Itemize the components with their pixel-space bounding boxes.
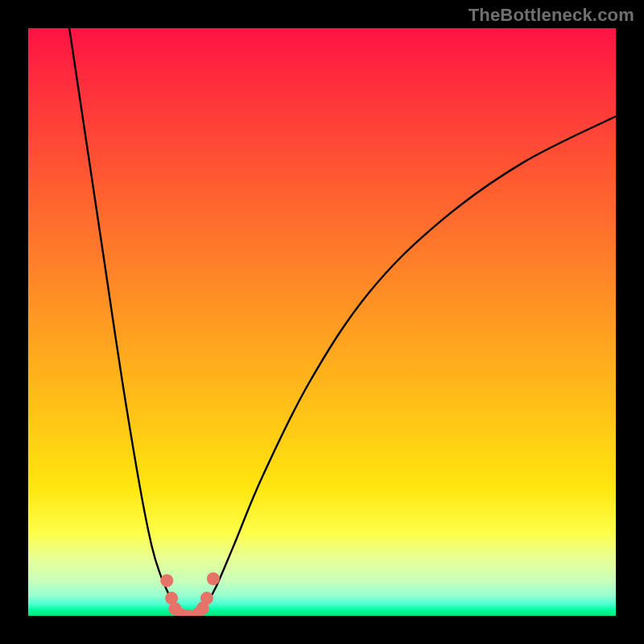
chart-container: TheBottleneck.com bbox=[0, 0, 644, 644]
right-branch-curve bbox=[192, 117, 616, 617]
left-branch-curve bbox=[69, 28, 192, 616]
marker-point bbox=[207, 572, 220, 585]
marker-point bbox=[200, 592, 213, 605]
watermark-label: TheBottleneck.com bbox=[469, 5, 634, 26]
marker-point bbox=[160, 574, 173, 587]
marker-cluster bbox=[160, 572, 220, 616]
curve-layer bbox=[28, 28, 616, 616]
plot-area bbox=[28, 28, 616, 616]
